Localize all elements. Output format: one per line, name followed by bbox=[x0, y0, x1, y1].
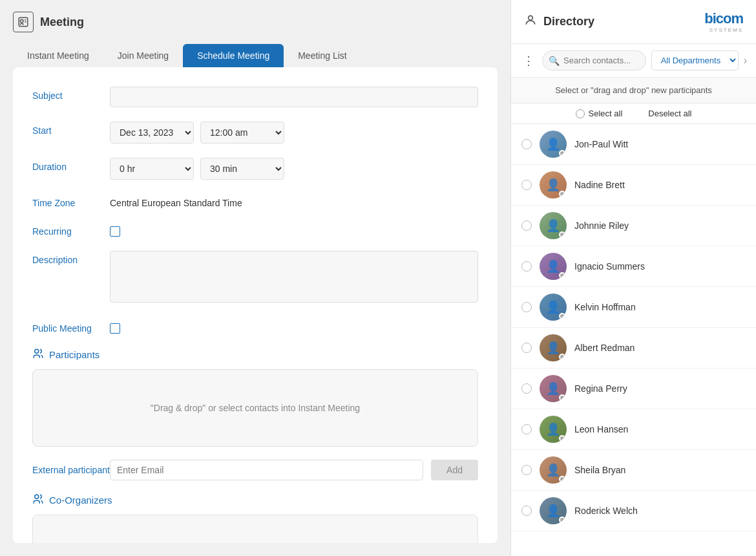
drag-hint: Select or "drag and drop" new participan… bbox=[511, 78, 756, 103]
contact-radio bbox=[521, 302, 532, 312]
contact-name: Albert Redman bbox=[574, 343, 635, 353]
external-participant-row: External participant Add bbox=[32, 460, 478, 480]
public-meeting-label: Public Meeting bbox=[32, 319, 110, 334]
contact-item[interactable]: 👤 Albert Redman bbox=[511, 328, 756, 369]
search-icon: 🔍 bbox=[549, 56, 560, 66]
tab-list[interactable]: Meeting List bbox=[284, 44, 361, 67]
app-title: Meeting bbox=[40, 16, 84, 29]
recurring-checkbox[interactable] bbox=[110, 226, 120, 237]
status-dot bbox=[559, 476, 565, 482]
contact-radio bbox=[521, 424, 532, 434]
description-label: Description bbox=[32, 251, 110, 265]
participants-header: Participants bbox=[32, 348, 478, 361]
deselect-all-item[interactable]: Deselect all bbox=[648, 109, 691, 118]
directory-header: Directory bicom SYSTEMS bbox=[511, 0, 756, 44]
recurring-row: Recurring bbox=[32, 222, 478, 237]
status-dot bbox=[559, 150, 565, 156]
participants-dropzone[interactable]: "Drag & drop" or select contacts into In… bbox=[32, 369, 478, 447]
contact-name: Kelvin Hoffman bbox=[574, 302, 636, 312]
email-input[interactable] bbox=[110, 460, 423, 480]
contact-name: Ignacio Summers bbox=[574, 261, 645, 272]
svg-point-4 bbox=[529, 16, 533, 20]
contact-item[interactable]: 👤 Sheila Bryan bbox=[511, 450, 756, 491]
duration-hr-select[interactable]: 0 hr bbox=[110, 158, 194, 180]
right-panel: Directory bicom SYSTEMS ⋮ 🔍 All Departme… bbox=[510, 0, 756, 556]
deselect-all-label: Deselect all bbox=[648, 109, 691, 118]
contact-radio bbox=[521, 180, 532, 190]
contact-list: 👤 Jon-Paul Witt 👤 Nadine Brett 👤 Johnnie… bbox=[511, 124, 756, 556]
contact-radio bbox=[521, 343, 532, 353]
svg-point-3 bbox=[35, 495, 39, 498]
contact-avatar: 👤 bbox=[540, 212, 567, 239]
contact-radio bbox=[521, 465, 532, 475]
contact-item[interactable]: 👤 Kelvin Hoffman bbox=[511, 287, 756, 328]
contact-avatar: 👤 bbox=[540, 334, 567, 361]
tab-schedule[interactable]: Schedule Meeting bbox=[183, 44, 284, 67]
contact-item[interactable]: 👤 Johnnie Riley bbox=[511, 206, 756, 246]
department-select[interactable]: All Departments bbox=[651, 50, 739, 70]
subject-label: Subject bbox=[32, 87, 110, 101]
status-dot bbox=[559, 272, 565, 279]
contact-avatar: 👤 bbox=[540, 131, 567, 158]
directory-icon bbox=[524, 14, 537, 30]
status-dot bbox=[559, 313, 565, 319]
contact-item[interactable]: 👤 Jon-Paul Witt bbox=[511, 124, 756, 165]
left-header: Meeting bbox=[0, 0, 510, 44]
start-label: Start bbox=[32, 122, 110, 136]
start-date-select[interactable]: Dec 13, 2023 bbox=[110, 122, 194, 144]
svg-point-1 bbox=[21, 19, 24, 23]
directory-title: Directory bbox=[543, 15, 594, 28]
contact-avatar: 👤 bbox=[540, 171, 567, 198]
duration-row: Duration 0 hr 30 min bbox=[32, 158, 478, 180]
participants-icon bbox=[32, 348, 44, 361]
public-meeting-checkbox[interactable] bbox=[110, 323, 120, 334]
status-dot bbox=[559, 191, 565, 197]
start-time-select[interactable]: 12:00 am bbox=[200, 122, 284, 144]
add-button[interactable]: Add bbox=[431, 460, 478, 480]
contact-radio bbox=[521, 506, 532, 516]
contact-item[interactable]: 👤 Nadine Brett bbox=[511, 165, 756, 206]
select-all-bar: Select all Deselect all bbox=[511, 103, 756, 124]
contact-item[interactable]: 👤 Ignacio Summers bbox=[511, 246, 756, 287]
subject-row: Subject bbox=[32, 87, 478, 107]
timezone-row: Time Zone Central European Standard Time bbox=[32, 194, 478, 208]
contact-item[interactable]: 👤 Roderick Welch bbox=[511, 491, 756, 531]
duration-min-select[interactable]: 30 min bbox=[200, 158, 284, 180]
contact-radio bbox=[521, 383, 532, 394]
expand-icon[interactable]: › bbox=[744, 55, 747, 67]
tab-instant[interactable]: Instant Meeting bbox=[13, 44, 103, 67]
co-organizers-header: Co-Organizers bbox=[32, 493, 478, 507]
co-organizers-icon bbox=[32, 493, 44, 507]
meeting-icon bbox=[13, 12, 34, 32]
contact-avatar: 👤 bbox=[540, 253, 567, 280]
duration-label: Duration bbox=[32, 158, 110, 172]
directory-toolbar: ⋮ 🔍 All Departments › bbox=[511, 44, 756, 78]
description-row: Description bbox=[32, 251, 478, 305]
dropzone-text: "Drag & drop" or select contacts into In… bbox=[151, 403, 360, 413]
subject-input[interactable] bbox=[110, 87, 478, 107]
status-dot bbox=[559, 435, 565, 442]
start-row: Start Dec 13, 2023 12:00 am bbox=[32, 122, 478, 144]
contact-avatar: 👤 bbox=[540, 497, 567, 524]
contact-name: Jon-Paul Witt bbox=[574, 139, 628, 149]
public-meeting-row: Public Meeting bbox=[32, 319, 478, 334]
co-organizers-box[interactable] bbox=[32, 515, 478, 543]
schedule-form: Subject Start Dec 13, 2023 12:00 am Dura… bbox=[13, 67, 498, 543]
description-textarea[interactable] bbox=[110, 251, 478, 303]
contact-avatar: 👤 bbox=[540, 456, 567, 484]
more-options-button[interactable]: ⋮ bbox=[520, 51, 537, 70]
contact-item[interactable]: 👤 Regina Perry bbox=[511, 369, 756, 409]
contact-name: Leon Hansen bbox=[574, 424, 628, 434]
select-all-item[interactable]: Select all bbox=[576, 109, 623, 118]
contact-radio bbox=[521, 261, 532, 272]
contact-item[interactable]: 👤 Leon Hansen bbox=[511, 409, 756, 450]
select-all-label: Select all bbox=[589, 109, 623, 118]
external-participant-label: External participant bbox=[32, 465, 110, 475]
contact-radio bbox=[521, 220, 532, 231]
tab-join[interactable]: Join Meeting bbox=[103, 44, 183, 67]
contact-avatar: 👤 bbox=[540, 294, 567, 321]
bicom-logo: bicom SYSTEMS bbox=[704, 10, 743, 33]
contact-avatar: 👤 bbox=[540, 416, 567, 443]
contact-name: Roderick Welch bbox=[574, 506, 638, 516]
svg-point-2 bbox=[35, 349, 39, 353]
